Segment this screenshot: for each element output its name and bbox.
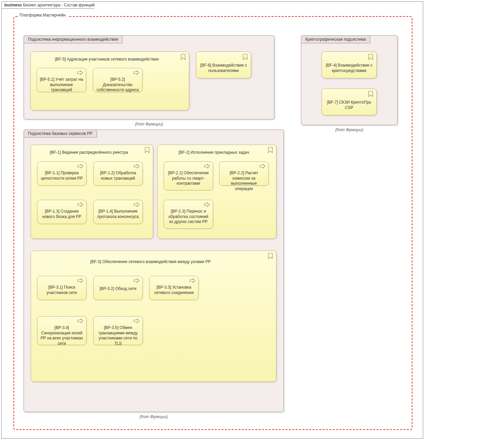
bp-1-2-title: [BP-1.2] Обработка новых транзакций (96, 171, 140, 181)
bp-5-2-title: [BP-5.2] Доказательство собственности ад… (96, 77, 139, 93)
bf-1-title: [BF-1] Ведение распределённого реестра (35, 150, 143, 155)
bookmark-icon (368, 54, 374, 60)
subsystem-base-tab: Подсистема базовых сервисов РР (24, 130, 97, 138)
bp-3-4: [BP-3.4] Синхронизация копий РР на всех … (37, 316, 87, 345)
bp-2-1: [BP-2.1] Обеспечение работы со смарт-кон… (164, 161, 213, 190)
bp-5-1-title: [BP-5.1] Учёт затрат на выполнение транз… (40, 77, 83, 93)
bp-2-3: [BP-2.3] Перенос и обработка состояний и… (164, 200, 213, 229)
bp-3-5-title: [BP-3.5] Обмен транзакциями между участн… (96, 325, 140, 346)
arrow-icon (260, 164, 266, 169)
arrow-icon (134, 164, 140, 169)
bp-3-4-title: [BP-3.4] Синхронизация копий РР на всех … (40, 325, 83, 346)
bookmark-icon (243, 54, 248, 60)
bp-5-2: [BP-5.2] Доказательство собственности ад… (93, 68, 142, 92)
bf-7: [BF-7] СКЗИ КриптоПро CSP (322, 88, 377, 115)
bp-2-2-title: [BP-2.2] Расчет комиссии за выполненные … (222, 171, 266, 191)
arrow-icon (134, 202, 140, 207)
bp-1-2: [BP-1.2] Обработка новых транзакций (93, 161, 143, 186)
bookmark-icon (268, 147, 273, 153)
platform-label: Платформа Мастерчейн (18, 13, 68, 17)
from-label-crypto: (from Функции) (335, 127, 363, 132)
bp-3-3: [BP-3.3] Установка сетевого соединения (149, 276, 199, 300)
bp-3-2: [BP-3.2] Обход сети (93, 276, 143, 300)
bp-1-3: [BP-1.3] Создание нового блока для РР (37, 200, 87, 224)
subsystem-crypto-tab: Криптографическая подсистема (301, 35, 370, 43)
arrow-icon (134, 278, 140, 283)
arrow-icon (204, 164, 210, 169)
bp-5-1: [BP-5.1] Учёт затрат на выполнение транз… (37, 68, 86, 92)
bp-3-2-title: [BP-3.2] Обход сети (96, 286, 140, 292)
frame-title: Бизнес архитектура - Состав функций (23, 3, 95, 7)
bookmark-icon (368, 91, 374, 97)
arrow-icon (77, 202, 83, 207)
bp-1-3-title: [BP-1.3] Создание нового блока для РР (40, 209, 83, 219)
bp-2-3-title: [BP-2.3] Перенос и обработка состояний и… (167, 209, 210, 225)
arrow-icon (77, 164, 83, 169)
arrow-icon (77, 70, 83, 75)
bf-3-title: [BF-3] Обеспечение сетевого взаимодейств… (35, 259, 266, 264)
bp-3-1: [BP-3.1] Поиск участников сети (37, 276, 87, 300)
bf-4-title: [BF-4] Взаимодействие с криптосредствами (325, 63, 373, 73)
bp-3-3-title: [BP-3.3] Установка сетевого соединения (152, 285, 196, 295)
bp-1-4-title: [BP-1.4] Выполнение протокола консенсуса (96, 209, 140, 219)
bf-4: [BF-4] Взаимодействие с криптосредствами (322, 51, 377, 78)
bookmark-icon (145, 147, 150, 153)
bp-3-5: [BP-3.5] Обмен транзакциями между участн… (93, 316, 143, 345)
bf-1: [BF-1] Ведение распределённого реестра (31, 145, 153, 239)
bf-6: [BF-6] Взаимодействие с пользователями (196, 51, 251, 78)
arrow-icon (133, 70, 139, 75)
subsystem-info-tab: Подсистема информационного взаимодействи… (24, 35, 123, 43)
arrow-icon (204, 202, 210, 207)
bf-2-title: [BF-2] Исполнение прикладных задач (162, 150, 266, 155)
bf-6-title: [BF-6] Взаимодействие с пользователями (200, 63, 247, 73)
arrow-icon (134, 319, 140, 323)
arrow-icon (77, 319, 83, 323)
bf-5-title: [BF-5] Адресация участников сетевого вза… (35, 57, 179, 62)
bookmark-icon (268, 253, 273, 259)
arrow-icon (190, 278, 196, 283)
from-label-base: (from Функции) (140, 414, 168, 419)
arrow-icon (77, 278, 83, 283)
bf-7-title: [BF-7] СКЗИ КриптоПро CSP (325, 100, 373, 110)
bp-1-1-title: [BP-1.1] Проверка целостности копии РР (40, 171, 83, 181)
bp-3-1-title: [BP-3.1] Поиск участников сети (40, 285, 83, 295)
from-label-info: (from Функции) (135, 122, 163, 126)
bp-2-2: [BP-2.2] Расчет комиссии за выполненные … (219, 161, 269, 186)
bp-1-1: [BP-1.1] Проверка целостности копии РР (37, 161, 87, 186)
frame-prefix: business (4, 3, 22, 7)
bp-1-4: [BP-1.4] Выполнение протокола консенсуса (93, 200, 143, 224)
diagram-frame-tab: business Бизнес архитектура - Состав фун… (1, 1, 98, 9)
bp-2-1-title: [BP-2.1] Обеспечение работы со смарт-кон… (167, 171, 210, 186)
bookmark-icon (181, 54, 186, 60)
